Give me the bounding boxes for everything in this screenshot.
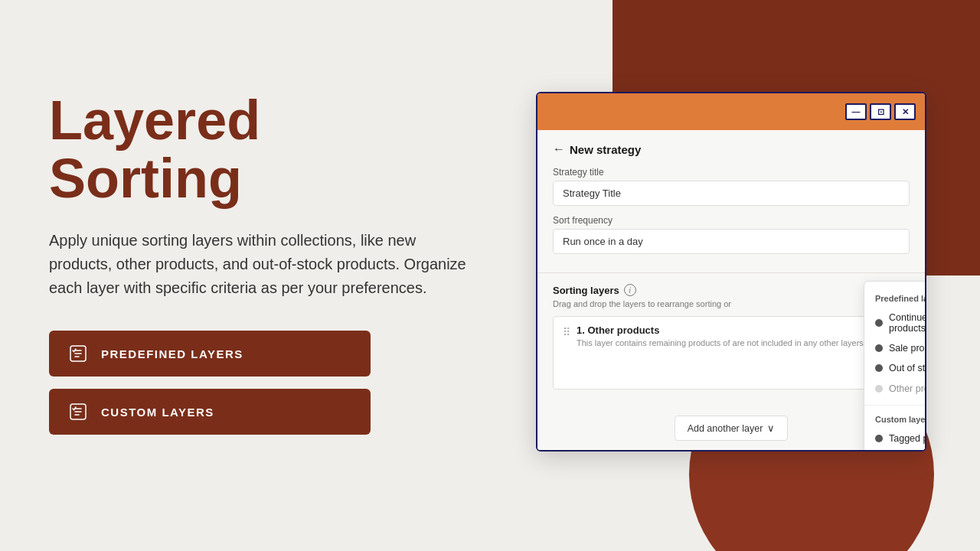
add-layer-label: Add another layer xyxy=(688,423,763,434)
dropdown-item-label: Sale products xyxy=(889,343,926,354)
sort-frequency-input[interactable] xyxy=(553,229,910,254)
predefined-layers-button[interactable]: PREDEFINED LAYERS xyxy=(49,331,371,377)
window-close-button[interactable]: ✕ xyxy=(894,103,916,120)
dropdown-item-label: Tagged products xyxy=(889,433,926,444)
page-title: New strategy xyxy=(570,143,641,156)
custom-section-title: Custom layers xyxy=(864,412,926,429)
custom-icon xyxy=(67,401,89,422)
dropdown-item-sale-products[interactable]: Sale products xyxy=(864,338,926,358)
custom-layers-button[interactable]: CUSTOM LAYERS xyxy=(49,389,371,435)
layer-description: This layer contains remaining products o… xyxy=(577,337,875,349)
dot-icon xyxy=(875,385,883,393)
cta-buttons: PREDEFINED LAYERS CUSTOM LAYERS xyxy=(49,331,478,435)
drag-handle-icon[interactable]: ⠿ xyxy=(563,326,570,338)
window-content: ← New strategy Strategy title Sort frequ… xyxy=(537,130,925,450)
sort-frequency-group: Sort frequency xyxy=(553,215,910,254)
predefined-layers-label: PREDEFINED LAYERS xyxy=(101,347,243,360)
window-titlebar: — ⊡ ✕ xyxy=(537,93,925,130)
sorting-layers-title: Sorting layers xyxy=(553,285,619,296)
left-content: Layered Sorting Apply unique sorting lay… xyxy=(49,92,478,435)
info-icon: i xyxy=(624,284,636,296)
back-navigation[interactable]: ← New strategy xyxy=(553,142,910,156)
dropdown-item-out-of-stock[interactable]: Out of stock products xyxy=(864,358,926,378)
section-header: Sorting layers i xyxy=(553,284,910,296)
dropdown-item-label: Other products xyxy=(889,383,926,394)
dropdown-item-new-products[interactable]: New products xyxy=(864,448,926,452)
layer-number-name: 1. Other products xyxy=(577,324,875,336)
app-window: — ⊡ ✕ ← New strategy Strategy title Sort… xyxy=(536,92,926,452)
window-minimize-button[interactable]: — xyxy=(845,103,867,120)
strategy-title-label: Strategy title xyxy=(553,167,910,178)
chevron-down-icon: ∨ xyxy=(767,422,775,434)
predefined-icon xyxy=(67,343,89,364)
add-another-layer-button[interactable]: Add another layer ∨ xyxy=(675,416,789,441)
dot-icon xyxy=(875,435,883,442)
description-text: Apply unique sorting layers within colle… xyxy=(49,229,478,300)
predefined-section-title: Predefined layers xyxy=(864,291,926,308)
dropdown-item-label: Continue selling when out-of-stock produ… xyxy=(889,312,926,334)
dropdown-divider xyxy=(864,405,926,406)
custom-layers-label: CUSTOM LAYERS xyxy=(101,406,214,419)
sort-frequency-label: Sort frequency xyxy=(553,215,910,226)
main-title: Layered Sorting xyxy=(49,92,478,207)
section-hint: Drag and drop the layers to rearrange so… xyxy=(553,299,910,308)
dot-icon xyxy=(875,364,883,372)
dropdown-item-continue-selling[interactable]: Continue selling when out-of-stock produ… xyxy=(864,308,926,338)
window-header: ← New strategy Strategy title Sort frequ… xyxy=(537,130,925,273)
dot-icon xyxy=(875,344,883,352)
layer-dropdown-popup: Predefined layers Continue selling when … xyxy=(864,281,926,452)
dot-icon xyxy=(875,319,883,327)
dropdown-item-label: Out of stock products xyxy=(889,363,926,373)
sorting-layers-section: Sorting layers i Drag and drop the layer… xyxy=(537,273,925,406)
strategy-title-input[interactable] xyxy=(553,181,910,206)
window-maximize-button[interactable]: ⊡ xyxy=(870,103,891,120)
back-arrow-icon: ← xyxy=(553,142,565,156)
strategy-title-group: Strategy title xyxy=(553,167,910,206)
dropdown-item-other-products[interactable]: Other products ✓ xyxy=(864,378,926,399)
dropdown-item-tagged-products[interactable]: Tagged products xyxy=(864,429,926,448)
layer-row: ⠿ 1. Other products This layer contains … xyxy=(553,316,910,390)
layer-info: 1. Other products This layer contains re… xyxy=(577,324,875,349)
